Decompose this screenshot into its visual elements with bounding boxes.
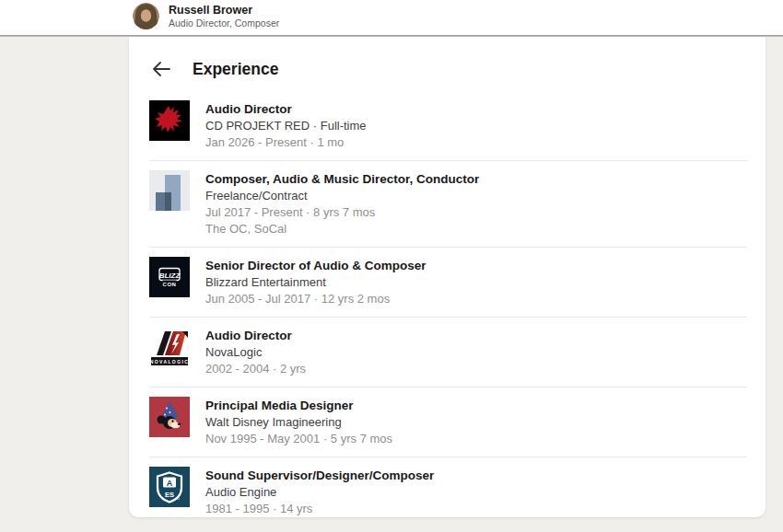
aes-shield-icon: A ES xyxy=(149,467,190,507)
novalogic-icon: NOVALOGIC xyxy=(149,327,190,367)
experience-entry[interactable]: Audio Director CD PROJEKT RED · Full-tim… xyxy=(149,91,747,161)
job-company: Walt Disney Imagineering xyxy=(205,414,392,431)
job-location: The OC, SoCal xyxy=(205,221,479,237)
job-company: Audio Engine xyxy=(205,484,434,501)
card-header: Experience xyxy=(149,55,747,83)
experience-entry[interactable]: NOVALOGIC Audio Director NovaLogic 2002 … xyxy=(149,318,747,387)
job-title: Audio Director xyxy=(205,328,306,344)
job-company: CD PROJEKT RED · Full-time xyxy=(205,118,367,134)
job-company: Freelance/Contract xyxy=(205,188,479,204)
cd-projekt-red-logo[interactable] xyxy=(149,100,190,141)
profile-avatar[interactable] xyxy=(133,3,159,29)
experience-entry[interactable]: A ES Sound Supervisor/Designer/Composer … xyxy=(149,457,747,526)
blizzcon-logo[interactable]: BLIZZ CON xyxy=(149,257,190,297)
blizzcon-icon: BLIZZ CON xyxy=(149,257,190,297)
aes-text-es: ES xyxy=(165,491,174,499)
experience-entry[interactable]: Principal Media Designer Walt Disney Ima… xyxy=(149,387,747,457)
avatar-photo xyxy=(133,3,159,29)
back-button[interactable] xyxy=(149,59,173,79)
job-title: Composer, Audio & Music Director, Conduc… xyxy=(205,171,479,188)
job-dates: Jan 2026 - Present · 1 mo xyxy=(205,134,367,151)
page-title: Experience xyxy=(193,60,278,79)
job-dates: 2002 - 2004 · 2 yrs xyxy=(205,361,306,377)
profile-name: Russell Brower xyxy=(169,4,279,17)
page-background: Experience Audio Director CD PROJEKT RED… xyxy=(0,37,783,532)
freelance-blocks-logo[interactable] xyxy=(149,170,190,211)
job-title: Principal Media Designer xyxy=(205,398,392,414)
cd-projekt-red-bird-icon xyxy=(149,100,190,141)
aes-shield-logo[interactable]: A ES xyxy=(149,467,190,507)
job-dates: 1981 - 1995 · 14 yrs xyxy=(205,501,434,517)
blizzcon-text-top: BLIZZ xyxy=(159,272,181,280)
left-arrow-icon xyxy=(150,60,172,78)
experience-entry[interactable]: BLIZZ CON Senior Director of Audio & Com… xyxy=(149,248,747,318)
novalogic-logo[interactable]: NOVALOGIC xyxy=(149,327,190,367)
job-title: Audio Director xyxy=(205,101,367,118)
experience-entry[interactable]: Composer, Audio & Music Director, Conduc… xyxy=(149,161,747,248)
job-company: Blizzard Entertainment xyxy=(205,274,427,291)
job-title: Sound Supervisor/Designer/Composer xyxy=(205,468,434,484)
job-title: Senior Director of Audio & Composer xyxy=(205,258,427,274)
job-company: NovaLogic xyxy=(205,344,306,361)
profile-headline: Audio Director, Composer xyxy=(169,17,279,29)
job-dates: Jul 2017 - Present · 8 yrs 7 mos xyxy=(205,204,479,221)
job-dates: Jun 2005 - Jul 2017 · 12 yrs 2 mos xyxy=(205,291,427,307)
job-dates: Nov 1995 - May 2001 · 5 yrs 7 mos xyxy=(205,431,392,447)
disney-imagineering-logo[interactable] xyxy=(149,397,190,437)
sorcerer-mickey-icon xyxy=(149,397,190,437)
blocks-icon xyxy=(149,170,190,211)
novalogic-text: NOVALOGIC xyxy=(150,359,190,364)
experience-card: Experience Audio Director CD PROJEKT RED… xyxy=(129,37,765,517)
profile-header: Russell Brower Audio Director, Composer xyxy=(0,0,783,35)
blizzcon-text-bottom: CON xyxy=(163,282,177,287)
aes-text-a: A xyxy=(167,479,173,488)
